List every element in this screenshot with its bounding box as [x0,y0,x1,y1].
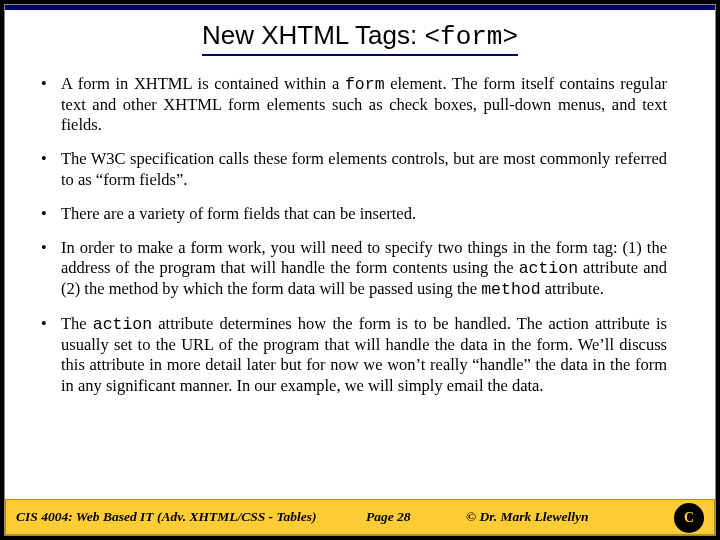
ucf-logo-icon: C [674,503,704,533]
bullet-text: A form in XHTML is contained within a [61,74,345,93]
bullet-item: The action attribute determines how the … [39,314,667,396]
bullet-item: A form in XHTML is contained within a fo… [39,74,667,135]
bullet-text: There are a variety of form fields that … [61,204,416,223]
slide-title: New XHTML Tags: <form> [202,20,518,56]
title-wrap: New XHTML Tags: <form> [5,10,715,60]
author-label: © Dr. Mark Llewellyn [466,509,589,525]
page-number: Page 28 [366,509,411,525]
bullet-item: There are a variety of form fields that … [39,204,667,224]
logo-letter: C [684,510,694,526]
bullet-item: In order to make a form work, you will n… [39,238,667,300]
bullet-list: A form in XHTML is contained within a fo… [5,60,715,499]
code-action: action [519,259,578,278]
footer-bar: CIS 4004: Web Based IT (Adv. XHTML/CSS -… [5,499,715,535]
bullet-text: The [61,314,93,333]
code-action: action [93,315,152,334]
title-text: New XHTML Tags: [202,20,425,50]
code-form: form [345,75,385,94]
slide: New XHTML Tags: <form> A form in XHTML i… [4,4,716,536]
course-label: CIS 4004: Web Based IT (Adv. XHTML/CSS -… [6,509,316,525]
bullet-text: attribute determines how the form is to … [61,314,667,394]
bullet-text: attribute. [541,279,604,298]
title-form-tag: <form> [424,22,518,52]
bullet-text: The W3C specification calls these form e… [61,149,667,188]
code-method: method [481,280,540,299]
bullet-item: The W3C specification calls these form e… [39,149,667,189]
